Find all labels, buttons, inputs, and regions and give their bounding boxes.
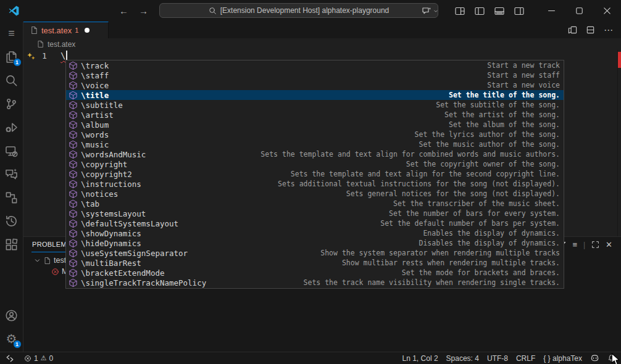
problems-status[interactable]: 1 ⚠ 0 (24, 354, 53, 363)
caret (66, 51, 67, 60)
suggestion-item[interactable]: \tabSet the transcriber of the music she… (66, 199, 564, 209)
run-debug-icon (5, 121, 18, 134)
activity-bar-menu[interactable]: ≡ (0, 22, 23, 45)
symbol-module-icon (69, 91, 78, 100)
chat-sparkle-icon (422, 6, 431, 16)
suggestion-detail: Sets the track name visibility when rend… (304, 278, 560, 287)
customize-layout-icon[interactable] (450, 0, 470, 22)
suggestion-item[interactable]: \systemsLayoutSet the number of bars for… (66, 209, 564, 218)
file-icon (36, 40, 44, 48)
symbol-module-icon (69, 219, 78, 228)
modified-dot-icon[interactable] (85, 28, 90, 33)
toggle-panel-icon[interactable] (490, 0, 509, 22)
suggestion-item[interactable]: \copyright2Sets the template and text al… (66, 169, 564, 179)
activity-bar-source-control[interactable] (0, 92, 23, 115)
suggestion-label: \album (81, 120, 109, 130)
suggestion-item[interactable]: \instructionsSets additional textual ins… (66, 179, 564, 189)
suggestion-item[interactable]: \voiceStart a new voice (66, 80, 564, 90)
toggle-secondary-sidebar-icon[interactable] (509, 0, 529, 22)
suggestion-item[interactable]: \artistSet the artist of the song. (66, 110, 564, 120)
close-button[interactable] (593, 0, 621, 22)
breadcrumb-item: test.atex (48, 40, 75, 49)
split-editor-icon[interactable] (586, 25, 595, 35)
suggestion-detail: Set the music author of the song. (419, 140, 560, 149)
suggestion-item[interactable]: \hideDynamicsDisables the display of dyn… (66, 238, 564, 248)
account-icon (5, 309, 18, 322)
window-title: [Extension Development Host] alphatex-pl… (220, 6, 390, 15)
status-item[interactable]: Ln 1, Col 2 (402, 354, 438, 363)
copilot-sparkle-icon[interactable] (27, 52, 36, 64)
suggestion-detail: Set the artist of the song. (444, 110, 560, 119)
suggestion-item[interactable]: \multiTrackTrackNamePolicySets the track… (66, 287, 564, 289)
suggestion-item[interactable]: \singleTrackTrackNamePolicySets the trac… (66, 278, 564, 287)
suggestion-item[interactable]: \copyrightSet the copyright owner of the… (66, 159, 564, 169)
command-center-search[interactable]: [Extension Development Host] alphatex-pl… (159, 3, 438, 18)
activity-bar-chat[interactable] (0, 162, 23, 186)
symbol-module-icon (69, 81, 78, 90)
activity-bar-run-debug[interactable] (0, 115, 23, 139)
activity-bar-explorer[interactable]: 1 (0, 45, 23, 68)
status-item[interactable]: { } alphaTex (543, 354, 582, 363)
minimize-button[interactable] (538, 0, 565, 22)
more-actions-icon[interactable]: ⋯ (604, 25, 613, 35)
activity-bar-extensions[interactable] (0, 233, 23, 256)
suggestion-item[interactable]: \albumSet the album of the song. (66, 120, 564, 130)
suggestion-item[interactable]: \titleSet the title of the song. (66, 90, 564, 100)
suggestion-detail: Set the lyrics author of the song. (415, 130, 560, 139)
copilot-status-icon[interactable] (590, 354, 599, 363)
view-as-list-icon[interactable]: ≡ (572, 241, 577, 249)
maximize-panel-icon[interactable] (591, 241, 599, 249)
suggestion-item[interactable]: \wordsSet the lyrics author of the song. (66, 130, 564, 139)
suggestion-detail: Set the album of the song. (449, 120, 560, 129)
suggestion-detail: Set the number of bars for every system. (389, 209, 560, 218)
source-control-icon (5, 97, 18, 110)
menu-icon: ≡ (8, 28, 15, 39)
overview-ruler-border (617, 50, 618, 236)
badge: 1 (13, 58, 22, 67)
open-preview-icon[interactable] (568, 25, 577, 35)
suggestion-item[interactable]: \noticesSets general notices for the son… (66, 189, 564, 199)
remote-indicator[interactable] (6, 354, 14, 363)
close-panel-icon[interactable]: ✕ (606, 241, 612, 249)
symbol-module-icon (69, 170, 78, 179)
extensions-icon (5, 238, 18, 251)
activity-bar-history[interactable] (0, 209, 23, 233)
editor-actions: ⋯ (568, 22, 621, 38)
status-item[interactable]: Spaces: 4 (446, 354, 479, 363)
suggestion-item[interactable]: \staffStart a new staff (66, 70, 564, 80)
back-icon[interactable]: ← (119, 6, 128, 16)
warning-count-icon: ⚠ (41, 354, 47, 362)
notifications-bell-icon[interactable] (607, 354, 615, 362)
suggestion-item[interactable]: \trackStart a new track (66, 60, 564, 70)
code-line[interactable]: \ (60, 51, 67, 60)
status-item[interactable]: CRLF (516, 354, 535, 363)
activity-bar-blocks[interactable] (0, 186, 23, 209)
suggestion-item[interactable]: \musicSet the music author of the song. (66, 139, 564, 149)
tab-test-atex[interactable]: test.atex 1 (23, 22, 109, 38)
suggestion-item[interactable]: \subtitleSet the subtitle of the song. (66, 100, 564, 110)
copilot-chat-button[interactable] (417, 0, 444, 22)
suggestion-item[interactable]: \showDynamicsEnables the display of dyna… (66, 228, 564, 238)
activity-bar-account[interactable] (0, 304, 23, 327)
forward-icon[interactable]: → (139, 6, 148, 16)
suggestion-item[interactable]: \bracketExtendModeSet the mode for brack… (66, 268, 564, 278)
status-item[interactable]: UTF-8 (487, 354, 508, 363)
suggestion-detail: Disables the display of dynamics. (419, 239, 560, 247)
suggestion-label: \useSystemSignSeparator (81, 249, 188, 258)
suggestion-label: \instructions (81, 180, 141, 189)
nav-arrows: ← → (119, 0, 148, 22)
activity-bar-search[interactable] (0, 68, 23, 92)
suggestion-item[interactable]: \wordsAndMusicSets the template and text… (66, 149, 564, 159)
suggestion-item[interactable]: \useSystemSignSeparatorShow the system s… (66, 248, 564, 258)
maximize-button[interactable] (565, 0, 593, 22)
suggestion-item[interactable]: \multiBarRestShow multibar rests when re… (66, 258, 564, 268)
status-bar: 1 ⚠ 0 Ln 1, Col 2Spaces: 4UTF-8CRLF{ } a… (0, 352, 621, 364)
activity-bar-settings[interactable]: ⚙1 (0, 327, 23, 350)
breadcrumb[interactable]: test.atex (23, 38, 621, 50)
suggestion-label: \defaultSystemsLayout (81, 219, 178, 228)
layout-controls (450, 0, 529, 22)
toggle-sidebar-icon[interactable] (470, 0, 490, 22)
suggestion-item[interactable]: \defaultSystemsLayoutSet the default num… (66, 218, 564, 228)
activity-bar-remote-explorer[interactable] (0, 139, 23, 162)
vscode-logo-icon[interactable] (8, 5, 20, 19)
